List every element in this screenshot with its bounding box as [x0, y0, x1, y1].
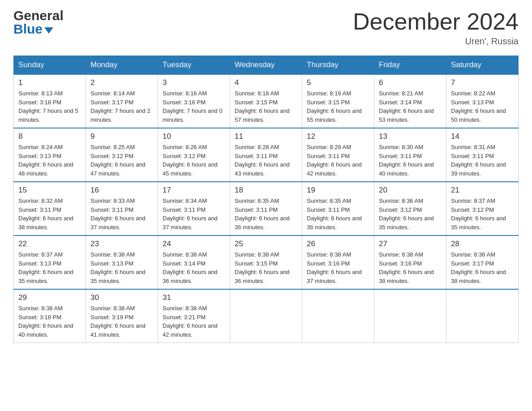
day-info: Sunrise: 8:38 AMSunset: 3:21 PMDaylight:…	[163, 304, 225, 339]
day-number: 20	[379, 186, 442, 195]
day-number: 8	[18, 132, 81, 141]
calendar-week-row: 15Sunrise: 8:32 AMSunset: 3:11 PMDayligh…	[14, 182, 519, 235]
col-friday: Friday	[374, 56, 446, 75]
col-wednesday: Wednesday	[230, 56, 302, 75]
table-row: 17Sunrise: 8:34 AMSunset: 3:11 PMDayligh…	[158, 182, 230, 235]
table-row: 20Sunrise: 8:36 AMSunset: 3:12 PMDayligh…	[374, 182, 446, 235]
table-row: 31Sunrise: 8:38 AMSunset: 3:21 PMDayligh…	[158, 289, 230, 343]
col-sunday: Sunday	[14, 56, 86, 75]
col-thursday: Thursday	[302, 56, 374, 75]
logo: General Blue	[13, 9, 64, 36]
col-tuesday: Tuesday	[158, 56, 230, 75]
day-number: 13	[379, 132, 442, 141]
title-section: December 2024 Uren', Russia	[353, 9, 519, 47]
day-number: 18	[235, 186, 297, 195]
table-row: 4Sunrise: 8:18 AMSunset: 3:15 PMDaylight…	[230, 74, 302, 128]
day-number: 6	[379, 78, 442, 87]
table-row: 12Sunrise: 8:29 AMSunset: 3:11 PMDayligh…	[302, 128, 374, 182]
table-row: 21Sunrise: 8:37 AMSunset: 3:12 PMDayligh…	[446, 182, 519, 235]
table-row: 25Sunrise: 8:38 AMSunset: 3:15 PMDayligh…	[230, 235, 302, 289]
table-row: 2Sunrise: 8:14 AMSunset: 3:17 PMDaylight…	[86, 74, 158, 128]
day-number: 24	[163, 240, 225, 248]
day-info: Sunrise: 8:19 AMSunset: 3:15 PMDaylight:…	[307, 89, 369, 124]
calendar-header-row: Sunday Monday Tuesday Wednesday Thursday…	[14, 56, 519, 75]
day-info: Sunrise: 8:22 AMSunset: 3:13 PMDaylight:…	[451, 89, 514, 124]
day-info: Sunrise: 8:36 AMSunset: 3:12 PMDaylight:…	[379, 197, 442, 231]
day-number: 22	[18, 240, 81, 248]
table-row: 13Sunrise: 8:30 AMSunset: 3:11 PMDayligh…	[374, 128, 446, 182]
calendar-week-row: 29Sunrise: 8:38 AMSunset: 3:18 PMDayligh…	[14, 289, 519, 343]
table-row: 26Sunrise: 8:38 AMSunset: 3:16 PMDayligh…	[302, 235, 374, 289]
day-info: Sunrise: 8:38 AMSunset: 3:19 PMDaylight:…	[90, 304, 153, 339]
day-number: 10	[163, 132, 225, 141]
day-number: 28	[451, 240, 514, 248]
day-number: 30	[90, 293, 153, 302]
day-number: 26	[307, 240, 369, 248]
day-number: 4	[235, 78, 297, 87]
day-info: Sunrise: 8:37 AMSunset: 3:12 PMDaylight:…	[451, 197, 514, 231]
table-row: 23Sunrise: 8:38 AMSunset: 3:13 PMDayligh…	[86, 235, 158, 289]
day-number: 2	[90, 78, 153, 87]
day-info: Sunrise: 8:16 AMSunset: 3:16 PMDaylight:…	[163, 89, 225, 124]
day-number: 1	[18, 78, 81, 87]
day-number: 9	[90, 132, 153, 141]
day-number: 17	[163, 186, 225, 195]
day-info: Sunrise: 8:38 AMSunset: 3:15 PMDaylight:…	[235, 250, 297, 285]
table-row: 14Sunrise: 8:31 AMSunset: 3:11 PMDayligh…	[446, 128, 519, 182]
table-row: 22Sunrise: 8:37 AMSunset: 3:13 PMDayligh…	[14, 235, 86, 289]
table-row: 1Sunrise: 8:13 AMSunset: 3:18 PMDaylight…	[14, 74, 86, 128]
table-row: 3Sunrise: 8:16 AMSunset: 3:16 PMDaylight…	[158, 74, 230, 128]
day-number: 7	[451, 78, 514, 87]
day-info: Sunrise: 8:14 AMSunset: 3:17 PMDaylight:…	[90, 89, 153, 124]
day-info: Sunrise: 8:37 AMSunset: 3:13 PMDaylight:…	[18, 250, 81, 285]
table-row: 30Sunrise: 8:38 AMSunset: 3:19 PMDayligh…	[86, 289, 158, 343]
day-info: Sunrise: 8:38 AMSunset: 3:17 PMDaylight:…	[451, 250, 514, 285]
day-info: Sunrise: 8:26 AMSunset: 3:12 PMDaylight:…	[163, 143, 225, 178]
day-info: Sunrise: 8:35 AMSunset: 3:11 PMDaylight:…	[307, 197, 369, 231]
day-info: Sunrise: 8:25 AMSunset: 3:12 PMDaylight:…	[90, 143, 153, 178]
logo-blue-text: Blue	[13, 22, 43, 36]
day-info: Sunrise: 8:31 AMSunset: 3:11 PMDaylight:…	[451, 143, 514, 178]
calendar-week-row: 8Sunrise: 8:24 AMSunset: 3:13 PMDaylight…	[14, 128, 519, 182]
table-row: 18Sunrise: 8:35 AMSunset: 3:11 PMDayligh…	[230, 182, 302, 235]
table-row	[374, 289, 446, 343]
month-title: December 2024	[353, 9, 519, 34]
location-label: Uren', Russia	[353, 36, 519, 47]
table-row: 8Sunrise: 8:24 AMSunset: 3:13 PMDaylight…	[14, 128, 86, 182]
day-info: Sunrise: 8:32 AMSunset: 3:11 PMDaylight:…	[18, 197, 81, 231]
table-row: 27Sunrise: 8:38 AMSunset: 3:16 PMDayligh…	[374, 235, 446, 289]
table-row	[446, 289, 519, 343]
table-row: 5Sunrise: 8:19 AMSunset: 3:15 PMDaylight…	[302, 74, 374, 128]
day-info: Sunrise: 8:34 AMSunset: 3:11 PMDaylight:…	[163, 197, 225, 231]
day-info: Sunrise: 8:29 AMSunset: 3:11 PMDaylight:…	[307, 143, 369, 178]
table-row: 6Sunrise: 8:21 AMSunset: 3:14 PMDaylight…	[374, 74, 446, 128]
table-row: 16Sunrise: 8:33 AMSunset: 3:11 PMDayligh…	[86, 182, 158, 235]
day-number: 23	[90, 240, 153, 248]
logo-arrow-icon	[44, 27, 53, 34]
day-number: 15	[18, 186, 81, 195]
day-info: Sunrise: 8:33 AMSunset: 3:11 PMDaylight:…	[90, 197, 153, 231]
table-row: 15Sunrise: 8:32 AMSunset: 3:11 PMDayligh…	[14, 182, 86, 235]
calendar-week-row: 22Sunrise: 8:37 AMSunset: 3:13 PMDayligh…	[14, 235, 519, 289]
day-info: Sunrise: 8:28 AMSunset: 3:11 PMDaylight:…	[235, 143, 297, 178]
day-number: 5	[307, 78, 369, 87]
day-info: Sunrise: 8:38 AMSunset: 3:13 PMDaylight:…	[90, 250, 153, 285]
table-row: 29Sunrise: 8:38 AMSunset: 3:18 PMDayligh…	[14, 289, 86, 343]
table-row	[302, 289, 374, 343]
logo-general-text: General	[13, 9, 64, 22]
day-info: Sunrise: 8:38 AMSunset: 3:18 PMDaylight:…	[18, 304, 81, 339]
day-number: 25	[235, 240, 297, 248]
day-number: 31	[163, 293, 225, 302]
day-number: 19	[307, 186, 369, 195]
day-number: 21	[451, 186, 514, 195]
day-number: 3	[163, 78, 225, 87]
table-row	[230, 289, 302, 343]
day-number: 27	[379, 240, 442, 248]
day-info: Sunrise: 8:38 AMSunset: 3:16 PMDaylight:…	[307, 250, 369, 285]
day-info: Sunrise: 8:38 AMSunset: 3:16 PMDaylight:…	[379, 250, 442, 285]
day-number: 11	[235, 132, 297, 141]
day-number: 12	[307, 132, 369, 141]
day-info: Sunrise: 8:13 AMSunset: 3:18 PMDaylight:…	[18, 89, 81, 124]
table-row: 7Sunrise: 8:22 AMSunset: 3:13 PMDaylight…	[446, 74, 519, 128]
table-row: 11Sunrise: 8:28 AMSunset: 3:11 PMDayligh…	[230, 128, 302, 182]
